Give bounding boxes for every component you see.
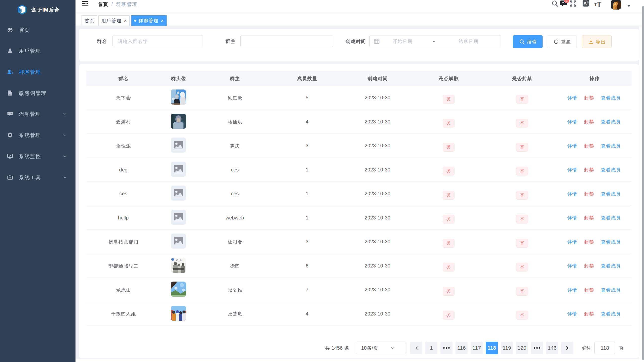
- svg-text:(0_0): (0_0): [176, 259, 181, 261]
